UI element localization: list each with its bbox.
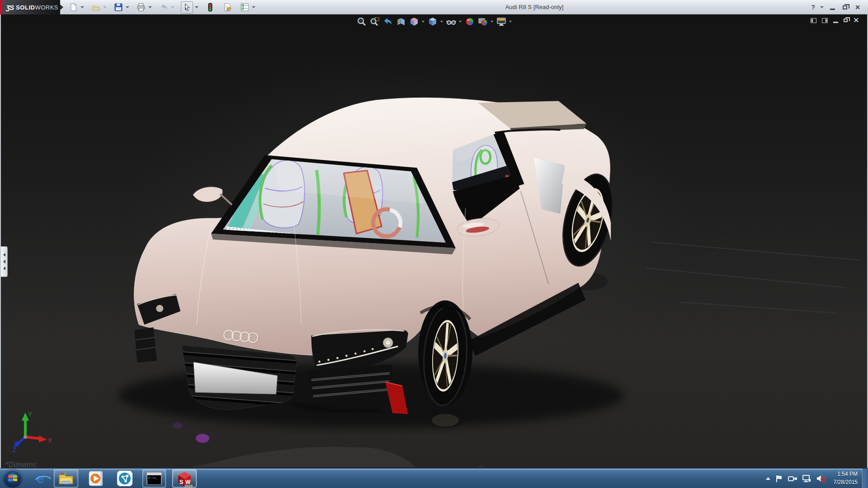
select-dropdown[interactable] [194,2,198,13]
share-nodes-app-button[interactable] [113,469,136,488]
print-dropdown[interactable] [148,2,152,13]
window-title: Audi R8 S [Read-only] [505,4,564,10]
eyeglasses-icon [446,17,456,27]
triad-x-label: X [48,437,52,444]
show-left-pane-button[interactable] [811,17,816,24]
show-hidden-icons-button[interactable] [766,477,770,480]
zoom-to-area-button[interactable] [369,16,380,27]
network-button[interactable] [802,474,811,483]
internet-explorer-button[interactable]: e [33,469,47,488]
rebuild-button[interactable] [205,2,216,13]
collapse-arrow-icon [3,253,5,257]
edit-appearance-button[interactable] [464,16,475,27]
save-dropdown[interactable] [125,2,129,13]
collapse-arrow-icon [3,260,5,263]
windows-logo-icon [7,473,18,484]
select-tool-button[interactable] [181,1,193,14]
reference-triad: Y X Z [12,409,52,452]
section-view-button[interactable] [395,16,406,27]
view-orientation-button[interactable] [408,16,420,27]
view-settings-icon [496,17,506,27]
file-properties-icon [223,3,232,12]
undo-button[interactable] [158,2,169,13]
solidworks-2015-button[interactable]: S W 2015 [172,469,197,488]
section-view-icon [396,17,406,27]
options-dropdown[interactable] [251,2,255,13]
zoom-to-area-icon [370,17,380,27]
standard-toolbar [68,0,255,14]
solidworks-wordmark: SOLIDWORKS [16,4,58,11]
graphics-viewport[interactable]: ✕ Y X Z *Dimetric [0,14,868,468]
display-style-dropdown[interactable] [440,16,443,27]
power-button[interactable] [788,474,797,483]
view-settings-dropdown[interactable] [509,16,512,27]
ie-swoosh-icon [35,474,52,483]
apply-scene-dropdown[interactable] [490,16,494,27]
command-prompt-icon: C:\>_ [146,472,162,485]
view-orientation-dropdown[interactable] [421,16,425,27]
sw-year-label: 2015 [184,484,193,487]
close-button[interactable]: ✕ [854,4,862,11]
options-button[interactable] [239,2,250,13]
document-close-button[interactable]: ✕ [853,17,859,24]
tray-time: 1:54 PM [834,470,858,478]
previous-view-button[interactable] [382,16,393,27]
print-button[interactable] [136,2,146,13]
internet-explorer-icon: e [37,472,44,485]
share-nodes-app-icon [117,470,133,487]
action-center-button[interactable] [775,474,783,483]
start-button[interactable] [4,469,22,488]
headsup-view-toolbar [356,16,512,27]
open-button[interactable] [90,2,101,13]
select-cursor-icon [183,3,192,12]
feature-manager-collapsed-tab[interactable] [1,246,8,277]
hide-show-items-button[interactable] [445,16,457,27]
undo-dropdown[interactable] [170,2,175,13]
collapse-arrow-icon [3,267,5,270]
open-folder-icon [91,3,100,12]
view-settings-button[interactable] [495,16,507,27]
help-dropdown[interactable] [820,2,824,13]
dassault-3ds-logo-icon: ƷS [6,4,14,11]
show-desktop-button[interactable] [862,469,868,488]
flag-icon [775,474,783,483]
document-window-controls: ✕ [811,17,859,24]
audi-r8-model [1,14,867,467]
command-prompt-text: C:\>_ [148,476,158,480]
tray-date: 7/28/2015 [834,479,858,486]
options-checklist-icon [240,3,249,12]
previous-view-icon [383,17,393,27]
save-floppy-icon [114,3,123,12]
file-properties-button[interactable] [222,2,233,13]
traffic-light-icon [206,3,215,12]
volume-button[interactable] [816,474,826,483]
open-dropdown[interactable] [103,2,107,13]
minimize-button[interactable] [828,4,836,11]
windows-explorer-button[interactable] [54,469,78,488]
new-document-button[interactable] [68,2,79,13]
taskbar-buttons: e [33,469,197,488]
document-restore-button[interactable] [844,17,848,24]
show-right-pane-button[interactable] [822,17,828,24]
folder-icon [57,471,75,486]
volume-muted-icon [816,474,826,483]
new-dropdown[interactable] [80,2,84,13]
new-document-icon [69,3,78,12]
apply-scene-button[interactable] [477,16,488,27]
help-button[interactable]: ? [811,4,815,11]
restore-button[interactable] [841,4,849,11]
system-tray: 1:54 PM 7/28/2015 [766,470,862,486]
solidworks-cube-icon: S W 2015 [176,470,193,487]
media-player-icon [88,470,104,487]
command-prompt-button[interactable]: C:\>_ [142,469,166,488]
document-minimize-button[interactable] [833,17,838,24]
media-player-button[interactable] [85,469,107,488]
hide-show-items-dropdown[interactable] [458,16,462,27]
solidworks-logo: ƷS SOLIDWORKS [2,0,60,14]
sw-letter-s: S [179,479,184,485]
display-style-button[interactable] [427,16,438,27]
print-icon [137,3,146,12]
save-button[interactable] [113,2,124,13]
tray-clock[interactable]: 1:54 PM 7/28/2015 [831,470,860,486]
zoom-to-fit-button[interactable] [356,16,367,27]
